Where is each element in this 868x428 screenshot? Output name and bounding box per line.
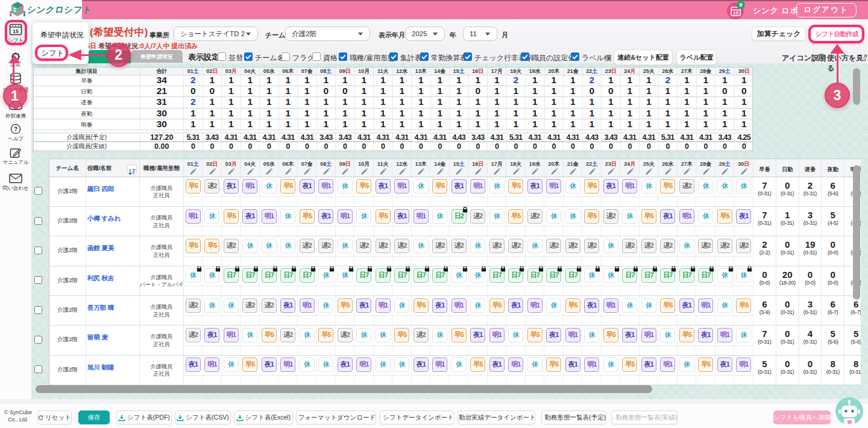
svg-text:?: ? xyxy=(820,55,823,61)
svg-text:?: ? xyxy=(14,126,17,133)
svg-text:15: 15 xyxy=(733,10,738,16)
